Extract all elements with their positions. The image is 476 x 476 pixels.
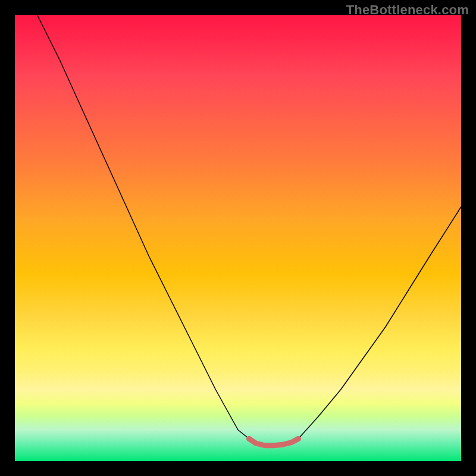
chart-frame: TheBottleneck.com (0, 0, 476, 476)
series-flat-segment (249, 439, 299, 446)
marker-1 (296, 436, 301, 441)
curve-svg (15, 15, 461, 461)
plot-area (15, 15, 461, 461)
marker-0 (246, 436, 252, 441)
series-right-curve (298, 207, 461, 439)
watermark-text: TheBottleneck.com (346, 2, 469, 18)
series-left-curve (37, 15, 249, 439)
